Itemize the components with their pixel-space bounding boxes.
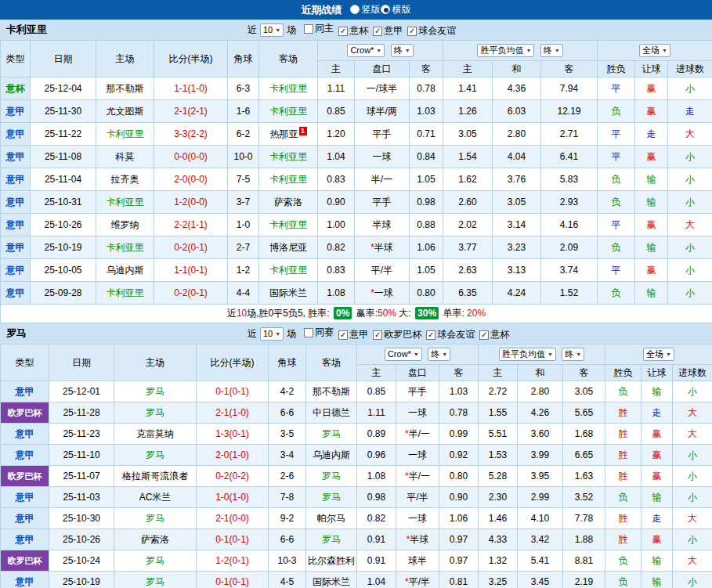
- avg-away-cell: 7.94: [541, 78, 598, 100]
- unchecked-checkbox-icon[interactable]: [304, 328, 313, 337]
- matches-table: 类型 日期 主场 比分(半场) 角球 客场 Crow*▼ 终▼ 胜平负均值▼ 终…: [0, 344, 712, 588]
- goals-result-cell: 大: [673, 508, 712, 529]
- checked-checkbox-icon[interactable]: ✓: [338, 27, 348, 36]
- filter-checkbox[interactable]: ✓意甲: [338, 328, 368, 341]
- filter-checkbox[interactable]: 同主: [304, 22, 334, 35]
- away-team-cell: 卡利亚里: [259, 100, 318, 123]
- avg-away-cell: 12.19: [541, 100, 598, 123]
- team-bar: 罗马 近 10▼ 场 同赛✓意甲✓欧罗巴杯✓球会友谊✓意杯: [0, 323, 712, 344]
- checked-checkbox-icon[interactable]: ✓: [426, 330, 436, 340]
- corner-cell: 6-2: [228, 123, 259, 146]
- date-cell: 25-10-30: [49, 508, 114, 529]
- avg-away-cell: 4.16: [541, 214, 598, 236]
- recent-results-page: 近期战绩 竖版横版 卡利亚里 近 10▼ 场 同主✓意杯✓意甲✓球会友谊 类型: [0, 0, 712, 588]
- odds-away-cell: 0.80: [410, 282, 443, 305]
- away-favorite-star: *: [407, 534, 410, 545]
- bookmaker-select[interactable]: Crow*▼: [347, 44, 385, 57]
- corner-cell: 9-2: [269, 508, 306, 529]
- corner-cell: 1-2: [228, 259, 259, 282]
- filter-checkbox[interactable]: ✓球会友谊: [407, 24, 456, 38]
- date-cell: 25-09-28: [31, 282, 96, 305]
- odds-away-cell: 1.03: [410, 100, 443, 123]
- chevron-down-icon: ▼: [662, 48, 667, 53]
- col-header-result: 胜负: [598, 61, 635, 78]
- away-team-cell: 罗马: [306, 487, 357, 508]
- radio-icon[interactable]: [381, 5, 390, 14]
- handicap-cell: *一球: [355, 282, 410, 305]
- match-count-select[interactable]: 10▼: [260, 23, 284, 37]
- filter-checkbox[interactable]: 同赛: [304, 326, 334, 339]
- score-cell: 0-2(0-1): [154, 282, 228, 305]
- team-name-text: 卡利亚里: [107, 128, 144, 139]
- avg-home-cell: 2.63: [443, 259, 493, 282]
- team-name-text: 博洛尼亚: [269, 242, 307, 253]
- date-cell: 25-11-07: [49, 466, 114, 487]
- checked-checkbox-icon[interactable]: ✓: [338, 330, 348, 340]
- summary-segment: 近: [227, 308, 237, 319]
- avg-select[interactable]: 胜平负均值▼: [499, 348, 556, 361]
- away-favorite-star: *: [370, 287, 374, 298]
- radio-icon[interactable]: [350, 5, 360, 14]
- odds-away-cell: 0.78: [410, 78, 443, 100]
- type-cell: 意甲: [1, 424, 49, 445]
- away-favorite-star: *: [405, 576, 409, 587]
- unchecked-checkbox-icon[interactable]: [304, 24, 313, 34]
- avg-away-cell: 7.78: [563, 508, 605, 529]
- team-name-text: 卡利亚里: [107, 242, 144, 253]
- scope-select[interactable]: 全场▼: [639, 44, 670, 57]
- match-row: 意甲25-11-04拉齐奥2-0(0-0)7-5卡利亚里0.83半/一1.051…: [1, 168, 712, 191]
- odds-home-cell: 0.91: [357, 550, 396, 572]
- goals-result-cell: 大: [673, 424, 712, 445]
- checked-checkbox-icon[interactable]: ✓: [373, 330, 382, 340]
- odds-away-cell: 0.71: [410, 123, 443, 146]
- avg-home-cell: 2.02: [443, 214, 493, 236]
- odds-home-cell: 1.04: [318, 146, 355, 168]
- type-cell: 欧罗巴杯: [1, 466, 49, 487]
- col-header-handicap: 盘口: [396, 365, 439, 381]
- odds-away-cell: 0.90: [439, 487, 479, 508]
- checked-checkbox-icon[interactable]: ✓: [373, 27, 382, 36]
- away-team-cell: 博洛尼亚: [259, 236, 318, 259]
- odds-home-cell: 0.85: [318, 100, 355, 123]
- away-team-cell: 罗马: [306, 466, 357, 487]
- match-count-select[interactable]: 10▼: [260, 327, 284, 341]
- type-cell: 意甲: [1, 529, 49, 550]
- final-odds-select[interactable]: 终▼: [428, 348, 450, 361]
- date-cell: 25-10-19: [49, 572, 114, 588]
- home-team-cell: 拉齐奥: [96, 168, 154, 191]
- final-avg-select[interactable]: 终▼: [540, 44, 563, 57]
- checked-checkbox-icon[interactable]: ✓: [479, 330, 489, 340]
- summary-segment: 单率:: [440, 308, 467, 319]
- filter-checkbox[interactable]: ✓欧罗巴杯: [373, 328, 421, 341]
- layout-radio-option[interactable]: 竖版: [350, 3, 381, 16]
- avg-away-cell: 2.19: [563, 572, 605, 588]
- filter-checkbox[interactable]: ✓球会友谊: [426, 328, 475, 341]
- filter-checkbox[interactable]: ✓意杯: [479, 328, 509, 341]
- avg-home-cell: 4.33: [479, 529, 518, 550]
- summary-segment: 大:: [396, 308, 414, 319]
- scope-select[interactable]: 全场▼: [643, 348, 674, 361]
- avg-select[interactable]: 胜平负均值▼: [477, 44, 534, 57]
- avg-away-cell: 3.05: [563, 381, 605, 402]
- chevron-down-icon: ▼: [414, 352, 419, 357]
- layout-radio-option[interactable]: 横版: [381, 3, 411, 16]
- bookmaker-select[interactable]: Crow*▼: [385, 348, 422, 361]
- handicap-cell: 平/半: [355, 259, 410, 282]
- team-name-text: 卡利亚里: [269, 106, 307, 117]
- filter-checkbox[interactable]: ✓意甲: [373, 24, 403, 38]
- match-row: 意甲25-12-01罗马0-1(0-1)4-2那不勒斯0.85平手1.032.7…: [1, 381, 712, 402]
- handicap-cell: 一球: [396, 445, 439, 466]
- avg-group-header: 胜平负均值▼ 终▼: [479, 345, 605, 365]
- handicap-result-cell: 走: [642, 508, 673, 529]
- final-avg-select[interactable]: 终▼: [562, 348, 584, 361]
- result-cell: 平: [598, 78, 635, 100]
- near-label: 近: [248, 327, 257, 341]
- filter-checkbox[interactable]: ✓意杯: [338, 24, 368, 38]
- handicap-cell: *平/半: [396, 572, 439, 588]
- layout-radio-label: 横版: [392, 3, 411, 16]
- away-team-cell: 卡利亚里: [259, 259, 318, 282]
- date-cell: 25-10-05: [31, 259, 96, 282]
- final-odds-select[interactable]: 终▼: [391, 44, 414, 57]
- checked-checkbox-icon[interactable]: ✓: [407, 27, 417, 36]
- col-header-away: 客场: [259, 41, 318, 78]
